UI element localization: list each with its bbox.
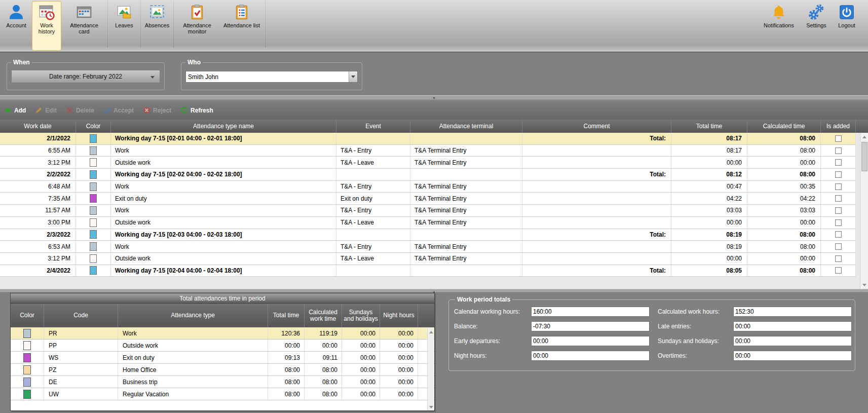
column-header-color[interactable]: Color [76,120,111,133]
toolbar-button-absences[interactable]: Absences [142,1,172,51]
totals-input-early-departures[interactable] [531,336,650,346]
is-added-checkbox[interactable] [835,231,842,238]
event-cell [336,169,410,180]
toolbar-button-settings[interactable]: Settings [802,1,831,51]
comment-cell [522,205,671,216]
is-added-checkbox[interactable] [835,243,842,250]
totals-input-late-entries[interactable] [733,321,852,331]
scroll-down-arrow[interactable] [428,403,434,411]
is-added-checkbox[interactable] [835,135,842,142]
code-cell: PZ [44,364,118,376]
night-hours-cell: 00:00 [380,376,418,388]
attendance-row[interactable]: 3:00 PMOutside workT&A - LeaveT&A Termin… [0,217,856,229]
is-added-checkbox[interactable] [835,267,842,274]
summary-column-header-night-hours[interactable]: Night hours [380,304,418,327]
scroll-up-arrow[interactable] [428,328,434,336]
totals-input-sundays-and-holidays[interactable] [733,336,852,346]
horizontal-splitter-bottom[interactable]: ▲ [0,289,868,293]
attendance-row[interactable]: 11:57 AMWorkT&A - EntryT&A Terminal Entr… [0,205,856,217]
summary-column-header-sundays-and-holidays[interactable]: Sundays and holidays [342,304,380,327]
when-label: When [11,59,32,66]
toolbar-button-attendance-monitor[interactable]: Attendance monitor [175,1,219,51]
attendance-row[interactable]: 3:12 PMOutside workT&A - LeaveT&A Termin… [0,157,856,169]
is-added-checkbox[interactable] [835,195,842,202]
totals-input-balance[interactable] [531,321,650,331]
calculated-time-cell: 08:00 [747,145,821,157]
totals-input-calendar-working-hours[interactable] [531,307,650,317]
attendance-type-cell: Work [111,205,336,216]
toolbar-button-label: Absences [145,22,169,28]
summary-row[interactable]: PRWork120:36119:1900:0000:00 [11,327,434,340]
accept-button[interactable]: Accept [103,106,134,114]
terminal-cell: T&A Terminal Entry [410,217,522,229]
attendance-row[interactable]: 3:12 PMOutside workT&A - LeaveT&A Termin… [0,253,856,265]
day-summary-row[interactable]: 2/1/2022Working day 7-15 [02-01 04:00 - … [0,133,856,145]
add-button[interactable]: Add [4,106,26,114]
toolbar-button-logout[interactable]: Logout [832,1,861,51]
is-added-checkbox[interactable] [835,219,842,226]
scroll-up-arrow[interactable] [860,133,868,141]
is-added-checkbox[interactable] [835,171,842,178]
attendance-row[interactable]: 6:48 AMWorkT&A - EntryT&A Terminal Entry… [0,181,856,193]
column-header-is-added[interactable]: Is added [821,120,856,133]
toolbar-button-attendance-card[interactable]: Attendance card [62,1,106,51]
toolbar-button-work-history[interactable]: Work history [32,1,61,51]
toolbar-button-leaves[interactable]: Leaves [109,1,139,51]
combobox-dropdown-button[interactable] [349,71,357,82]
totals-input-calculated-work-hours[interactable] [733,307,852,317]
horizontal-splitter-top[interactable]: ▼ [0,95,868,100]
event-cell: T&A - Entry [336,205,410,216]
reject-button[interactable]: Reject [143,106,171,114]
summary-column-header-total-time[interactable]: Total time [268,304,305,327]
is-added-checkbox[interactable] [835,207,842,214]
attendance-row[interactable]: 6:53 AMWorkT&A - EntryT&A Terminal Entry… [0,241,856,253]
summary-column-header-color[interactable]: Color [11,304,44,327]
toolbar-button-notifications[interactable]: Notifications [757,1,801,51]
column-header-attendance-type-name[interactable]: Attendance type name [111,120,336,133]
toolbar-button-attendance-list[interactable]: Attendance list [220,1,263,51]
totals-input-overtimes[interactable] [733,351,852,361]
is-added-checkbox[interactable] [835,183,842,190]
employee-combobox[interactable]: Smith John [185,71,358,83]
total-time-cell: 120:36 [268,327,305,339]
day-summary-row[interactable]: 2/3/2022Working day 7-15 [02-03 04:00 - … [0,229,856,241]
date-range-dropdown[interactable]: Date range: February 2022 [11,70,160,83]
summary-row[interactable]: PZHome Office08:0008:0000:0000:00 [11,364,434,376]
summary-column-header-calculated-work-time[interactable]: Calculated work time [305,304,342,327]
attendance-type-cell: Outside work [111,217,336,229]
summary-column-header-attendance-type[interactable]: Attendance type [118,304,268,327]
column-header-comment[interactable]: Comment [522,120,671,133]
column-header-attendance-terminal[interactable]: Attendance terminal [410,120,522,133]
summary-row[interactable]: DEBusiness trip08:0008:0000:0000:00 [11,376,434,388]
column-header-work-date[interactable]: Work date [0,120,76,133]
summary-row[interactable]: UWRegular Vacation08:0008:0000:0000:00 [11,388,434,400]
toolbar-button-account[interactable]: Account [2,1,31,51]
is-added-checkbox[interactable] [835,255,842,262]
day-summary-row[interactable]: 2/2/2022Working day 7-15 [02-02 04:00 - … [0,169,856,181]
is-added-checkbox[interactable] [835,159,842,166]
summary-row[interactable]: PPOutside work00:0000:0000:0000:00 [11,340,434,352]
column-header-event[interactable]: Event [336,120,410,133]
delete-button[interactable]: Delete [66,106,94,114]
totals-input-night-hours[interactable] [531,351,650,361]
vertical-scrollbar[interactable] [860,133,868,289]
attendance-row[interactable]: 6:55 AMWorkT&A - EntryT&A Terminal Entry… [0,145,856,157]
summary-vertical-scrollbar[interactable] [427,328,434,411]
calendar-clock-icon [38,4,55,21]
summary-column-header-code[interactable]: Code [44,304,118,327]
summary-row[interactable]: WSExit on duty09:1309:1100:0000:00 [11,352,434,364]
is-added-checkbox[interactable] [835,147,842,154]
scroll-down-arrow[interactable] [860,281,868,289]
summary-color-cell [11,376,44,388]
toolbar-button-label: Account [6,22,26,28]
attendance-row[interactable]: 7:35 AMExit on dutyExit on dutyT&A Termi… [0,193,856,205]
column-header-total-time[interactable]: Total time [671,120,747,133]
column-header-calculated-time[interactable]: Calculated time [747,120,821,133]
edit-button[interactable]: Edit [35,106,57,114]
day-summary-row[interactable]: 2/4/2022Working day 7-15 [02-04 04:00 - … [0,265,856,277]
splitter-handle-icon[interactable]: ▼ [431,96,437,100]
work-period-totals-grid: Calendar working hours:Calculated work h… [449,303,855,363]
event-cell: T&A - Entry [336,181,410,193]
refresh-button[interactable]: Refresh [180,106,213,114]
scrollbar-thumb[interactable] [861,142,867,171]
